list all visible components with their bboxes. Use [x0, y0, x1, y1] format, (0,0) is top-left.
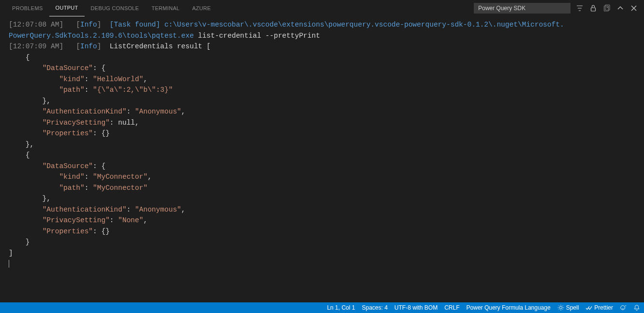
tab-terminal[interactable]: TERMINAL [145, 0, 186, 16]
status-bell-icon[interactable] [633, 304, 640, 311]
output-content[interactable]: [12:07:08 AM] [Info] [Task found] c:\Use… [0, 16, 644, 272]
status-spell[interactable]: Spell [557, 304, 579, 311]
status-bar: Ln 1, Col 1 Spaces: 4 UTF-8 with BOM CRL… [0, 302, 644, 313]
tab-azure[interactable]: AZURE [186, 0, 217, 16]
clear-output-icon[interactable] [602, 4, 611, 13]
tab-problems[interactable]: PROBLEMS [6, 0, 49, 16]
status-encoding[interactable]: UTF-8 with BOM [395, 304, 438, 311]
tab-output[interactable]: OUTPUT [49, 0, 85, 16]
filter-icon[interactable] [575, 4, 584, 13]
panel-actions: Power Query SDK [474, 3, 638, 14]
status-feedback-icon[interactable] [620, 304, 627, 311]
lock-icon[interactable] [589, 4, 598, 13]
panel-tabs: PROBLEMS OUTPUT DEBUG CONSOLE TERMINAL A… [0, 0, 644, 16]
status-eol[interactable]: CRLF [444, 304, 459, 311]
svg-rect-0 [591, 8, 596, 11]
svg-point-3 [559, 306, 562, 309]
tab-debug-console[interactable]: DEBUG CONSOLE [85, 0, 146, 16]
output-channel-dropdown[interactable]: Power Query SDK [474, 3, 571, 14]
check-double-icon [585, 304, 592, 311]
chevron-up-icon[interactable] [616, 4, 625, 13]
close-icon[interactable] [629, 4, 638, 13]
svg-point-4 [621, 306, 625, 310]
dropdown-label: Power Query SDK [478, 5, 526, 12]
status-prettier[interactable]: Prettier [585, 304, 613, 311]
gear-icon [557, 304, 564, 311]
status-language[interactable]: Power Query Formula Language [467, 304, 551, 311]
status-position[interactable]: Ln 1, Col 1 [327, 304, 355, 311]
status-spaces[interactable]: Spaces: 4 [362, 304, 387, 311]
